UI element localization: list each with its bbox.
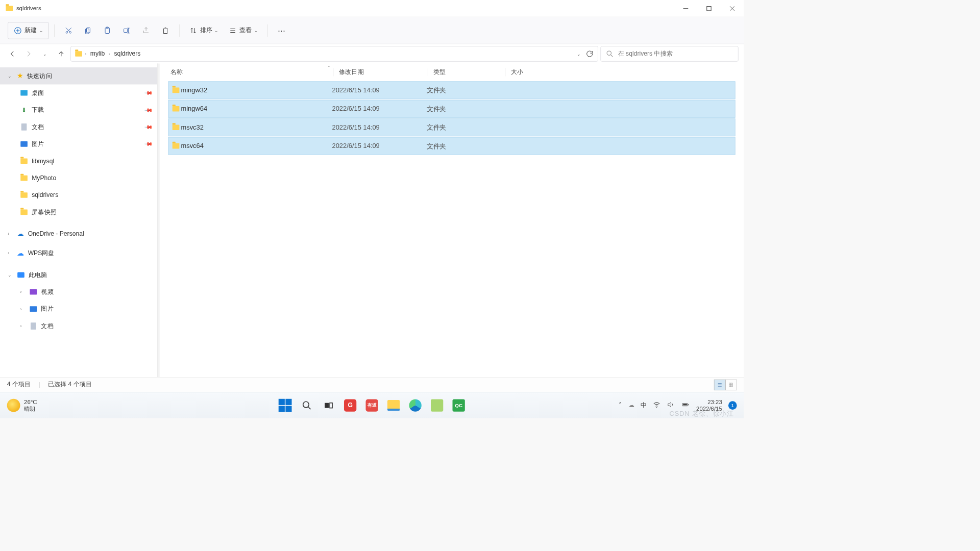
sidebar-item-pictures[interactable]: 图片📌 [0,136,157,153]
nav-row: ⌄ › mylib › sqldrivers ⌄ [0,44,744,64]
chevron-down-icon[interactable]: ⌄ [577,51,581,57]
sidebar-item-desktop[interactable]: 桌面📌 [0,84,157,101]
file-row[interactable]: msvc642022/6/15 14:09文件夹 [168,137,735,155]
wifi-icon[interactable] [653,400,660,410]
onedrive-tray-icon[interactable]: ☁ [628,402,634,409]
view-details-button[interactable] [714,379,726,390]
sidebar-label: 快速访问 [27,72,52,80]
chevron-right-icon: › [85,51,86,57]
sort-button[interactable]: 排序 ⌄ [185,22,223,39]
taskbar-app-netease[interactable]: G [341,397,358,414]
sidebar-item-videos[interactable]: ›视频 [0,284,157,300]
taskbar-app-youdao[interactable]: 有道 [363,397,380,414]
back-button[interactable] [6,47,19,61]
chevron-right-icon[interactable]: › [8,251,13,256]
titlebar: sqldrivers [0,0,744,17]
refresh-icon[interactable] [585,49,594,58]
sidebar-item-sqldrivers[interactable]: sqldrivers [0,187,157,204]
file-date: 2022/6/15 14:09 [332,105,426,113]
search-input[interactable] [618,51,733,58]
download-icon: ⬇ [20,106,28,114]
svg-rect-40 [688,404,689,406]
clock[interactable]: 23:232022/6/15 [696,398,722,412]
column-name[interactable]: 名称˄ [170,68,333,76]
start-button[interactable] [277,397,293,414]
folder-icon [20,157,28,165]
file-type: 文件夹 [427,105,504,113]
folder-icon [20,191,28,199]
minimize-button[interactable] [674,0,698,17]
cut-button[interactable] [60,22,77,39]
sidebar-item-documents[interactable]: 文档📌 [0,118,157,135]
sidebar-item-label: 文档 [41,322,53,330]
new-button[interactable]: 新建 ⌄ [8,22,48,39]
sidebar-item-myphoto[interactable]: MyPhoto [0,169,157,186]
folder-icon [20,208,28,216]
maximize-button[interactable] [697,0,721,17]
chevron-right-icon[interactable]: › [20,306,26,312]
up-button[interactable] [54,47,68,61]
ime-indicator[interactable]: 中 [641,401,647,409]
svg-rect-32 [729,385,731,387]
task-view-button[interactable] [320,397,337,414]
weather-widget[interactable]: 26°C晴朗 [7,398,37,412]
view-large-button[interactable] [725,379,737,390]
column-date[interactable]: 修改日期 [333,68,428,76]
file-row[interactable]: msvc322022/6/15 14:09文件夹 [168,118,735,136]
chevron-right-icon[interactable]: › [8,231,13,237]
view-button[interactable]: 查看 ⌄ [225,22,262,39]
address-bar[interactable]: › mylib › sqldrivers ⌄ [70,46,598,61]
sidebar-quick-access[interactable]: ⌄ ★ 快速访问 [0,67,157,84]
column-size[interactable]: 大小 [505,68,564,76]
sidebar-item-pictures2[interactable]: ›图片 [0,300,157,317]
svg-line-26 [611,55,612,57]
desktop-icon [20,89,28,97]
sidebar-onedrive[interactable]: ›☁OneDrive - Personal [0,226,157,242]
paste-button[interactable] [99,22,116,39]
more-button[interactable]: ⋯ [273,22,290,39]
file-row[interactable]: mingw322022/6/15 14:09文件夹 [168,81,735,99]
chevron-down-icon[interactable]: ⌄ [8,73,13,79]
status-bar: 4 个项目 | 已选择 4 个项目 [0,377,744,392]
chevron-right-icon[interactable]: › [20,323,26,329]
sidebar-item-label: 图片 [32,140,44,148]
sidebar-wps[interactable]: ›☁WPS网盘 [0,245,157,262]
share-button[interactable] [137,22,154,39]
volume-icon[interactable] [667,400,674,410]
taskbar-app-explorer[interactable] [385,397,402,414]
sidebar-this-pc[interactable]: ⌄此电脑 [0,266,157,283]
forward-button[interactable] [22,47,36,61]
search-box[interactable] [600,46,738,61]
sidebar-item-documents2[interactable]: ›文档 [0,317,157,334]
rename-button[interactable] [118,22,135,39]
taskbar-app-qtcreator[interactable]: QC [450,397,467,414]
separator [179,24,180,36]
status-count: 4 个项目 [7,381,31,389]
taskbar-app-notepadpp[interactable] [428,397,445,414]
taskbar-app-edge[interactable] [407,397,424,414]
battery-icon[interactable] [681,400,690,410]
close-button[interactable] [721,0,744,17]
tray-chevron-icon[interactable]: ˄ [619,402,622,409]
column-type[interactable]: 类型 [428,68,505,76]
cloud-icon: ☁ [17,249,24,258]
sidebar-item-label: sqldrivers [32,192,58,199]
taskbar-search[interactable] [298,397,315,414]
recent-button[interactable]: ⌄ [38,47,52,61]
chevron-down-icon[interactable]: ⌄ [8,272,13,278]
copy-button[interactable] [80,22,96,39]
file-row[interactable]: mingw642022/6/15 14:09文件夹 [168,100,735,118]
svg-rect-12 [85,29,89,34]
breadcrumb-item[interactable]: sqldrivers [112,49,142,58]
sidebar-item-libmysql[interactable]: libmysql [0,153,157,169]
breadcrumb-item[interactable]: mylib [89,49,106,58]
sidebar-item-label: MyPhoto [32,174,56,182]
svg-rect-11 [87,28,90,33]
notification-count[interactable]: 1 [728,401,737,410]
folder-icon [75,50,82,58]
sidebar-item-screenshots[interactable]: 屏幕快照 [0,204,157,220]
sidebar-item-downloads[interactable]: ⬇下载📌 [0,102,157,118]
sort-label: 排序 [200,27,212,35]
chevron-right-icon[interactable]: › [20,289,26,295]
delete-button[interactable] [157,22,174,39]
